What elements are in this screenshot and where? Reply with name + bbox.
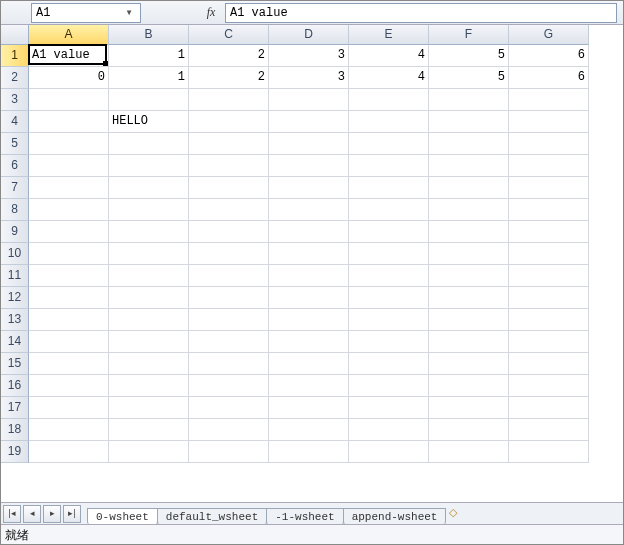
cell[interactable]: 4 [349,45,429,67]
cell[interactable] [349,375,429,397]
cell[interactable] [109,441,189,463]
column-header[interactable]: B [109,25,189,45]
tab-nav-prev[interactable]: ◂ [23,505,41,523]
cell[interactable] [269,89,349,111]
cell[interactable] [269,177,349,199]
cell[interactable] [429,155,509,177]
cell[interactable] [269,419,349,441]
cell[interactable] [269,287,349,309]
row-header[interactable]: 8 [1,199,29,221]
fx-icon[interactable]: fx [201,5,221,20]
cell[interactable] [509,111,589,133]
cell[interactable] [349,133,429,155]
cell[interactable] [429,199,509,221]
cell[interactable] [189,309,269,331]
cell[interactable] [189,265,269,287]
cell[interactable] [29,287,109,309]
cell[interactable] [349,155,429,177]
cell[interactable] [349,89,429,111]
cell[interactable] [429,265,509,287]
column-header[interactable]: G [509,25,589,45]
row-header[interactable]: 5 [1,133,29,155]
cell[interactable] [429,419,509,441]
cell[interactable] [29,375,109,397]
cell[interactable] [189,111,269,133]
column-header[interactable]: F [429,25,509,45]
cell[interactable] [269,111,349,133]
cell[interactable] [29,221,109,243]
cell[interactable] [269,353,349,375]
cell[interactable]: 0 [29,67,109,89]
cell[interactable]: 2 [189,67,269,89]
row-header[interactable]: 7 [1,177,29,199]
cell[interactable] [349,397,429,419]
cell[interactable] [429,221,509,243]
row-header[interactable]: 13 [1,309,29,331]
cell[interactable] [109,309,189,331]
cell[interactable] [509,243,589,265]
cell[interactable] [109,353,189,375]
row-header[interactable]: 1 [1,45,29,67]
cell[interactable] [509,265,589,287]
row-header[interactable]: 14 [1,331,29,353]
cell[interactable] [29,265,109,287]
cell[interactable] [109,199,189,221]
cell[interactable] [509,221,589,243]
cell[interactable] [429,331,509,353]
cell[interactable]: 3 [269,67,349,89]
column-header[interactable]: A [29,25,109,45]
cell[interactable] [109,375,189,397]
cell[interactable] [29,419,109,441]
formula-input[interactable]: A1 value [225,3,617,23]
cell[interactable]: 3 [269,45,349,67]
cell[interactable]: 1 [109,45,189,67]
row-header[interactable]: 2 [1,67,29,89]
cell[interactable] [29,353,109,375]
cell[interactable] [509,441,589,463]
cell[interactable] [29,243,109,265]
cell[interactable] [269,375,349,397]
cell[interactable]: HELLO [109,111,189,133]
cell[interactable] [349,111,429,133]
row-header[interactable]: 9 [1,221,29,243]
cell[interactable] [429,177,509,199]
tab-nav-first[interactable]: |◂ [3,505,21,523]
cell[interactable]: 6 [509,45,589,67]
cells-grid[interactable]: A1 value1234560123456HELLO [29,45,589,463]
row-header[interactable]: 10 [1,243,29,265]
column-header[interactable]: D [269,25,349,45]
cell[interactable] [349,287,429,309]
new-sheet-icon[interactable]: ◇ [449,506,469,522]
cell[interactable] [509,89,589,111]
cell[interactable] [349,353,429,375]
row-header[interactable]: 16 [1,375,29,397]
cell[interactable] [109,221,189,243]
cell[interactable]: 2 [189,45,269,67]
cell[interactable] [269,133,349,155]
cell[interactable] [189,287,269,309]
cell[interactable] [189,243,269,265]
cell[interactable] [429,243,509,265]
cell[interactable] [109,89,189,111]
cell[interactable] [29,331,109,353]
cell[interactable] [349,243,429,265]
cell[interactable] [109,331,189,353]
cell[interactable] [269,155,349,177]
cell[interactable] [29,155,109,177]
cell[interactable] [29,111,109,133]
tab-nav-next[interactable]: ▸ [43,505,61,523]
cell[interactable] [29,89,109,111]
cell[interactable] [429,287,509,309]
cell[interactable] [29,309,109,331]
cell[interactable] [509,199,589,221]
column-header[interactable]: E [349,25,429,45]
cell[interactable] [29,177,109,199]
sheet-tab[interactable]: -1-wsheet [266,508,343,525]
cell[interactable] [109,265,189,287]
cell[interactable] [189,133,269,155]
cell[interactable] [269,309,349,331]
row-header[interactable]: 3 [1,89,29,111]
cell[interactable] [349,309,429,331]
row-header[interactable]: 18 [1,419,29,441]
row-header[interactable]: 11 [1,265,29,287]
